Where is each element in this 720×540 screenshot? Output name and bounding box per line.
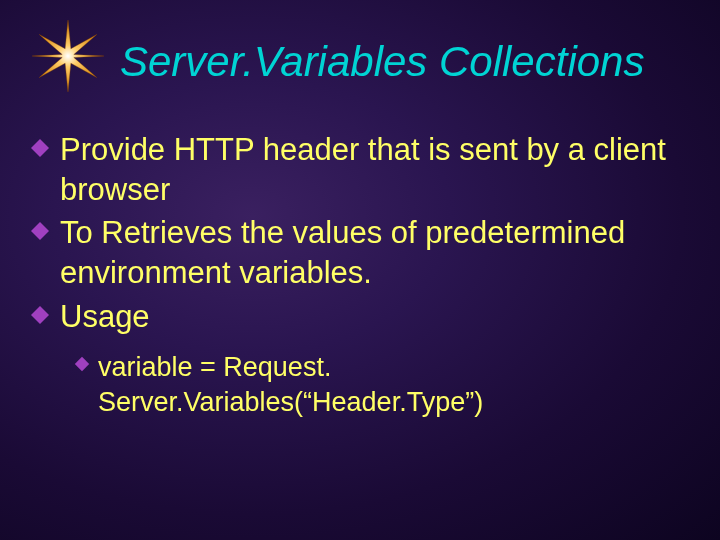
bullet-text: Provide HTTP header that is sent by a cl… [60, 130, 680, 209]
starburst-decoration [32, 20, 104, 92]
diamond-bullet-icon [30, 221, 50, 245]
svg-marker-0 [32, 20, 104, 92]
bullet-item: To Retrieves the values of predetermined… [30, 213, 680, 292]
diamond-bullet-icon [30, 138, 50, 162]
diamond-bullet-icon [30, 305, 50, 329]
svg-marker-2 [31, 222, 49, 240]
bullet-list: Provide HTTP header that is sent by a cl… [30, 130, 680, 421]
bullet-text: Usage [60, 297, 150, 337]
bullet-item: Usage [30, 297, 680, 337]
diamond-bullet-icon [74, 356, 90, 376]
bullet-item: Provide HTTP header that is sent by a cl… [30, 130, 680, 209]
sub-bullet-list: variable = Request. Server.Variables(“He… [74, 350, 680, 420]
slide-title: Server.Variables Collections [120, 38, 644, 86]
svg-marker-1 [31, 139, 49, 157]
svg-marker-4 [75, 357, 89, 371]
svg-marker-3 [31, 306, 49, 324]
bullet-text: To Retrieves the values of predetermined… [60, 213, 680, 292]
sub-bullet-item: variable = Request. Server.Variables(“He… [74, 350, 680, 420]
sub-bullet-text: variable = Request. Server.Variables(“He… [98, 350, 680, 420]
